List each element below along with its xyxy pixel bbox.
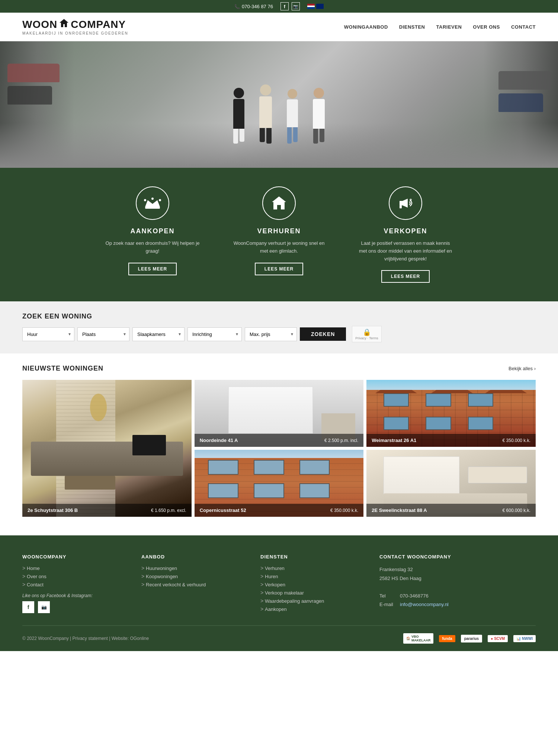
phone-number[interactable]: 070-346 87 76 [234,4,273,9]
logo-house-icon [59,18,69,31]
nav-over-ons[interactable]: OVER ONS [473,24,500,30]
listing-address-noordeinde: Noordeinde 41 A [200,438,238,443]
footer-facebook-icon[interactable]: f [22,601,34,613]
flag-uk[interactable] [316,4,324,9]
listing-overlay-weimarstraat: Weimarstraat 26 A1 € 350.000 k.k. [366,434,536,447]
logo-subtitle: MAKELAARDIJ IN ONROERENDE GOEDEREN [22,31,128,35]
nav-tarieven[interactable]: TARIEVEN [436,24,462,30]
nav-woningaanbod[interactable]: WONINGAANBOD [344,24,388,30]
listing-card-noordeinde[interactable]: Noordeinde 41 A € 2.500 p.m. incl. [195,380,364,447]
verhuren-title: VERHUREN [257,227,301,235]
verkopen-title: VERKOPEN [384,227,427,235]
inrichting-select-wrapper: Inrichting Gemeubileerd Ongemeubileerd [187,327,242,341]
aankopen-desc: Op zoek naar een droomhuis? Wij helpen j… [104,240,201,255]
verhuren-desc: WoonCompany verhuurt je woning snel en m… [231,240,327,255]
listings-section: NIEUWSTE WONINGEN Bekijk alles › 2e Schu… [0,353,558,535]
footer-instagram-icon[interactable]: 📷 [38,601,50,613]
listing-overlay-copernicusstraat: Copernicusstraat 52 € 350.000 k.k. [195,504,364,517]
header: WOON COMPANY MAKELAARDIJ IN ONROERENDE G… [0,13,558,41]
footer-link-aankopen[interactable]: Aankopen [265,606,287,612]
svg-point-5 [159,199,161,201]
footer-tel-row: Tel 070-3468776 [379,592,536,600]
listing-address-schuytstraat: 2e Schuytstraat 306 B [28,507,78,513]
svg-rect-8 [400,205,402,208]
footer: WOONCOMPANY Home Over ons Contact Like o… [0,535,558,651]
footer-email-value[interactable]: info@wooncompany.nl [400,600,449,609]
listing-overlay-schuytstraat: 2e Schuytstraat 306 B € 1.650 p.m. excl. [22,504,192,517]
svg-marker-2 [145,200,160,207]
footer-link-koopwoningen[interactable]: Koopwoningen [146,574,178,579]
listing-address-copernicusstraat: Copernicusstraat 52 [200,507,246,513]
footer-wooncompany-links: Home Over ons Contact [22,565,126,587]
maxprijs-select[interactable]: Max. prijs 1000 1500 2000 3000 [245,327,297,341]
svg-marker-7 [272,196,286,209]
footer-col-diensten: DIENSTEN Verhuren Huren Verkopen Verkoop… [260,554,365,614]
verkopen-lees-meer-button[interactable]: LEES MEER [381,270,430,283]
type-select[interactable]: Huur Koop [22,327,74,341]
footer-link-verkoop-makelaar[interactable]: Verkoop makelaar [265,590,304,596]
footer-link-over-ons[interactable]: Over ons [27,574,46,579]
footer-diensten-title: DIENSTEN [260,554,365,560]
service-aankopen: AANKOPEN Op zoek naar een droomhuis? Wij… [104,186,201,283]
search-title: ZOEK EEN WONING [22,313,536,320]
facebook-icon[interactable]: f [280,2,289,10]
nav-contact[interactable]: CONTACT [511,24,536,30]
footer-link-verkopen[interactable]: Verkopen [265,582,285,587]
search-bar: Huur Koop Plaats Den Haag Amsterdam Slaa… [22,326,536,342]
inrichting-select[interactable]: Inrichting Gemeubileerd Ongemeubileerd [187,327,242,341]
slaapkamers-select[interactable]: Slaapkamers 1 2 3 [132,327,185,341]
instagram-icon[interactable]: 📷 [292,2,300,10]
footer-link-waardebepaling[interactable]: Waardebepaling aanvragen [265,598,324,604]
footer-address-line2: 2582 HS Den Haag [379,574,536,583]
footer-copyright: © 2022 WoonCompany | Privacy statement |… [22,636,149,641]
svg-point-9 [410,199,412,201]
footer-link-contact[interactable]: Contact [27,582,44,587]
listing-price-weimarstraat: € 350.000 k.k. [503,438,530,443]
footer-social-text: Like ons op Facebook & Instagram: [22,593,126,598]
verkopen-icon-circle [389,186,422,220]
footer-tel-label: Tel [379,592,396,600]
aankopen-lees-meer-button[interactable]: LEES MEER [128,263,177,275]
service-verkopen: VERKOPEN Laat je positief verrassen en m… [357,186,454,283]
verkopen-desc: Laat je positief verrassen en maak kenni… [357,240,454,263]
footer-contact-title: CONTACT WOONCOMPANY [379,554,536,560]
verhuren-lees-meer-button[interactable]: LEES MEER [255,263,303,275]
maxprijs-select-wrapper: Max. prijs 1000 1500 2000 3000 [245,327,297,341]
footer-link-recent[interactable]: Recent verkocht & verhuurd [146,582,206,587]
listing-card-schuytstraat[interactable]: 2e Schuytstraat 306 B € 1.650 p.m. excl. [22,380,192,517]
svg-rect-3 [145,207,160,209]
logo-company: COMPANY [71,19,126,31]
services-section: AANKOPEN Op zoek naar een droomhuis? Wij… [0,168,558,301]
footer-link-huurwoningen[interactable]: Huurwoningen [146,566,177,571]
service-verhuren: VERHUREN WoonCompany verhuurt je woning … [231,186,327,283]
nav-diensten[interactable]: DIENSTEN [399,24,425,30]
search-button[interactable]: ZOEKEN [300,327,346,341]
svg-point-4 [144,199,146,201]
listings-grid: 2e Schuytstraat 306 B € 1.650 p.m. excl.… [22,380,536,517]
verhuren-icon-circle [262,186,296,220]
footer-partner-logos: 🏠 VBOMAKELAAR funda pararius ● SCVM 📊 NW… [403,633,536,644]
footer-aanbod-title: AANBOD [141,554,246,560]
listing-address-weimarstraat: Weimarstraat 26 A1 [372,438,416,443]
flag-nl[interactable] [307,4,315,9]
footer-bottom: © 2022 WoonCompany | Privacy statement |… [22,625,536,644]
listing-card-weimarstraat[interactable]: Weimarstraat 26 A1 € 350.000 k.k. [366,380,536,447]
footer-link-verhuren[interactable]: Verhuren [265,566,285,571]
listings-title: NIEUWSTE WONINGEN [22,365,103,372]
plaats-select[interactable]: Plaats Den Haag Amsterdam [77,327,129,341]
footer-col-aanbod: AANBOD Huurwoningen Koopwoningen Recent … [141,554,246,614]
top-bar: 070-346 87 76 f 📷 [0,0,558,13]
partner-nwwi: 📊 NWWI [513,635,536,642]
logo[interactable]: WOON COMPANY MAKELAARDIJ IN ONROERENDE G… [22,18,128,35]
svg-point-6 [151,198,154,200]
footer-aanbod-links: Huurwoningen Koopwoningen Recent verkoch… [141,565,246,587]
footer-link-huren[interactable]: Huren [265,574,278,579]
listing-card-sweelinckstraat[interactable]: 2E Sweelinckstraat 88 A € 600.000 k.k. [366,450,536,517]
partner-scvm: ● SCVM [488,635,508,642]
type-select-wrapper: Huur Koop [22,327,74,341]
bekijk-alles-link[interactable]: Bekijk alles › [509,366,536,371]
footer-link-home[interactable]: Home [27,566,40,571]
listing-card-copernicusstraat[interactable]: Copernicusstraat 52 € 350.000 k.k. [195,450,364,517]
footer-contact-info: Frankenslag 32 2582 HS Den Haag Tel 070-… [379,565,536,609]
main-nav: WONINGAANBOD DIENSTEN TARIEVEN OVER ONS … [344,24,536,30]
